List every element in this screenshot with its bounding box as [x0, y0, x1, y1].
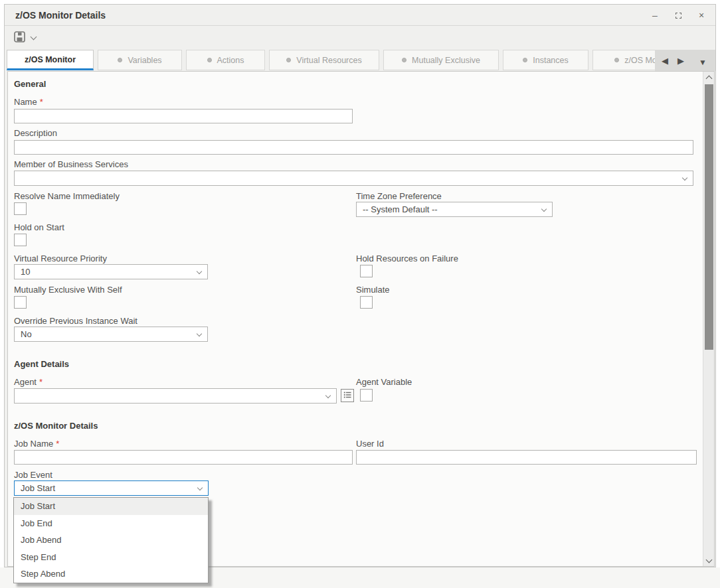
dialog-window: z/OS Monitor Details – × [4, 4, 716, 567]
tab-label: Actions [217, 56, 244, 65]
tab-label: z/OS Mo [624, 56, 655, 65]
combo-value: -- System Default -- [363, 204, 438, 214]
dropdown-option-step-end[interactable]: Step End [14, 549, 208, 566]
time-zone-preference-combobox[interactable]: -- System Default -- [356, 202, 553, 217]
chevron-down-icon[interactable] [197, 485, 203, 490]
agent-variable-label: Agent Variable [356, 377, 412, 387]
tab-scroll-left-icon[interactable]: ◀ [662, 56, 668, 65]
combo-value: Job Start [21, 483, 55, 493]
tab-status-dot-icon [286, 58, 291, 62]
resolve-name-immediately-checkbox[interactable] [14, 202, 27, 215]
combo-value: No [21, 329, 32, 339]
name-label: Name* [14, 97, 43, 107]
mutually-exclusive-with-self-checkbox[interactable] [14, 296, 27, 309]
tab-label: Variables [128, 56, 161, 65]
chevron-down-icon[interactable] [682, 175, 687, 181]
hold-resources-on-failure-checkbox[interactable] [360, 265, 373, 277]
tab-status-dot-icon [402, 58, 406, 62]
tab-scroll-controls: ◀ ▶ ▼ [655, 50, 715, 71]
vertical-scrollbar[interactable] [703, 72, 714, 566]
close-button[interactable]: × [695, 9, 707, 21]
dropdown-option-job-abend[interactable]: Job Abend [14, 532, 208, 549]
tab-variables[interactable]: Variables [98, 50, 182, 70]
virtual-resource-priority-label: Virtual Resource Priority [14, 254, 107, 263]
tab-status-dot-icon [614, 58, 619, 62]
tab-label: Mutually Exclusive [412, 56, 480, 65]
tab-scroll-right-icon[interactable]: ▶ [677, 56, 684, 65]
simulate-checkbox[interactable] [360, 296, 373, 309]
dialog-title: z/OS Monitor Details [15, 10, 106, 21]
resolve-name-immediately-label: Resolve Name Immediately [14, 191, 120, 201]
scroll-up-button[interactable] [703, 72, 715, 83]
job-event-label: Job Event [14, 470, 52, 480]
tab-mutually-exclusive[interactable]: Mutually Exclusive [383, 50, 499, 70]
tab-status-dot-icon [207, 58, 212, 62]
save-button[interactable] [14, 31, 36, 45]
tab-instances[interactable]: Instances [503, 50, 588, 70]
hold-on-start-label: Hold on Start [14, 222, 64, 232]
combo-value: 10 [21, 267, 30, 277]
tab-zos-mo-truncated[interactable]: z/OS Mo [592, 50, 655, 70]
dropdown-option-job-start[interactable]: Job Start [14, 498, 208, 515]
override-previous-instance-wait-label: Override Previous Instance Wait [14, 316, 137, 326]
required-asterisk: * [39, 377, 43, 387]
override-previous-instance-wait-combobox[interactable]: No [14, 327, 208, 342]
page-background: z/OS Monitor Details – × [0, 0, 720, 588]
scrollbar-thumb[interactable] [705, 84, 713, 350]
section-heading-general: General [14, 79, 46, 89]
tab-status-dot-icon [523, 58, 527, 62]
description-input[interactable] [14, 140, 693, 155]
chevron-down-icon[interactable] [197, 269, 202, 274]
chevron-down-icon [706, 556, 713, 563]
dropdown-option-job-end[interactable]: Job End [14, 515, 208, 532]
job-event-dropdown-list: Job Start Job End Job Abend Step End Ste… [13, 497, 209, 583]
hold-resources-on-failure-label: Hold Resources on Failure [356, 254, 458, 263]
section-heading-agent-details: Agent Details [14, 359, 69, 369]
hold-on-start-checkbox[interactable] [14, 234, 27, 246]
tab-strip: z/OS Monitor Variables Actions Virtual R… [5, 50, 655, 71]
chevron-down-icon[interactable] [197, 331, 202, 336]
description-label: Description [14, 128, 57, 138]
job-name-input[interactable] [14, 450, 353, 465]
member-of-business-services-label: Member of Business Services [14, 159, 128, 169]
save-dropdown-chevron-icon[interactable] [31, 34, 37, 40]
chevron-up-icon [706, 75, 713, 82]
tab-overflow-menu-icon[interactable]: ▼ [699, 58, 707, 66]
title-bar: z/OS Monitor Details – × [5, 5, 715, 26]
tab-content-panel: General Name* Description Member of Busi… [7, 71, 715, 567]
window-controls: – × [649, 5, 707, 26]
virtual-resource-priority-combobox[interactable]: 10 [14, 264, 208, 279]
tab-status-dot-icon [118, 58, 122, 62]
agent-label: Agent* [14, 377, 43, 387]
job-name-label: Job Name* [14, 439, 59, 449]
maximize-icon [675, 13, 681, 19]
agent-browse-button[interactable] [341, 389, 354, 402]
required-asterisk: * [40, 97, 43, 107]
agent-variable-checkbox[interactable] [360, 389, 373, 402]
time-zone-preference-label: Time Zone Preference [356, 191, 442, 201]
tab-label: Instances [533, 56, 569, 65]
tab-label: z/OS Monitor [25, 55, 76, 64]
save-icon [14, 31, 25, 45]
dropdown-option-step-abend[interactable]: Step Abend [14, 565, 208, 583]
user-id-input[interactable] [356, 450, 697, 465]
mutually-exclusive-with-self-label: Mutually Exclusive With Self [14, 285, 122, 295]
toolbar [5, 27, 715, 50]
maximize-button[interactable] [672, 9, 684, 21]
chevron-down-icon[interactable] [541, 206, 547, 212]
minimize-button[interactable]: – [649, 9, 661, 21]
name-input[interactable] [14, 109, 353, 123]
scroll-down-button[interactable] [703, 555, 715, 566]
tab-bar: z/OS Monitor Variables Actions Virtual R… [5, 50, 715, 71]
chevron-down-icon[interactable] [325, 393, 331, 398]
section-heading-zos-monitor-details: z/OS Monitor Details [14, 421, 98, 431]
list-picker-icon [343, 390, 351, 402]
agent-combobox[interactable] [14, 388, 337, 404]
tab-actions[interactable]: Actions [186, 50, 265, 70]
tab-virtual-resources[interactable]: Virtual Resources [269, 50, 379, 70]
simulate-label: Simulate [356, 285, 390, 295]
tab-zos-monitor[interactable]: z/OS Monitor [7, 50, 94, 70]
tab-label: Virtual Resources [296, 56, 361, 65]
job-event-combobox[interactable]: Job Start [14, 480, 209, 496]
member-of-business-services-combobox[interactable] [14, 171, 693, 186]
